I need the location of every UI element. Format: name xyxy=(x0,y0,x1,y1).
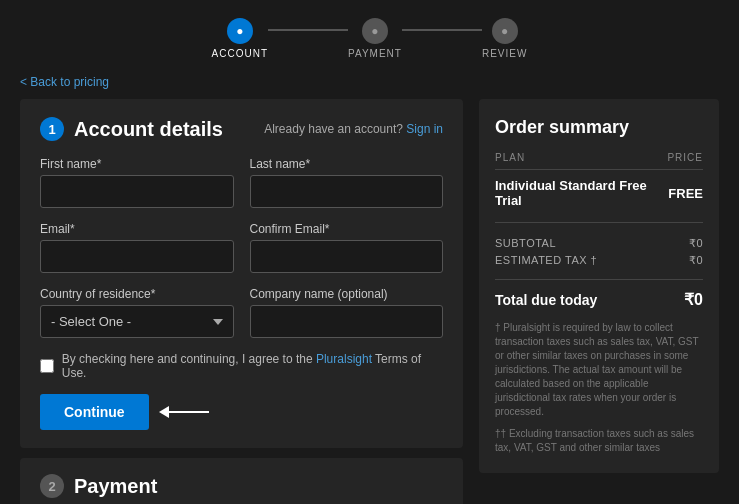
terms-label: By checking here and continuing, I agree… xyxy=(62,352,443,380)
arrow-line xyxy=(169,411,209,413)
step-account: ● ACCOUNT xyxy=(212,18,268,59)
tax-label: ESTIMATED TAX † xyxy=(495,254,597,267)
confirm-email-group: Confirm Email* xyxy=(250,222,444,273)
step-review: ● REVIEW xyxy=(482,18,527,59)
name-row: First name* Last name* xyxy=(40,157,443,208)
subtotal-value: ₹0 xyxy=(689,237,703,250)
plan-name: Individual Standard Free Trial xyxy=(495,178,668,208)
company-label: Company name (optional) xyxy=(250,287,444,301)
account-details-card: 1 Account details Already have an accoun… xyxy=(20,99,463,448)
company-input[interactable] xyxy=(250,305,444,338)
section-number-1: 1 xyxy=(40,117,64,141)
email-input[interactable] xyxy=(40,240,234,273)
account-section-title: Account details xyxy=(74,118,223,141)
left-panel: 1 Account details Already have an accoun… xyxy=(20,99,463,504)
terms-checkbox-row: By checking here and continuing, I agree… xyxy=(40,352,443,380)
already-account-text: Already have an account? Sign in xyxy=(264,122,443,136)
step-line-1 xyxy=(268,29,348,31)
payment-card: 2 Payment xyxy=(20,458,463,504)
country-label: Country of residence* xyxy=(40,287,234,301)
step-label-review: REVIEW xyxy=(482,48,527,59)
step-payment: ● PAYMENT xyxy=(348,18,402,59)
order-footnote-2: †† Excluding transaction taxes such as s… xyxy=(495,427,703,455)
pluralsight-link[interactable]: Pluralsight xyxy=(316,352,372,366)
payment-section-title: Payment xyxy=(74,475,157,498)
confirm-email-input[interactable] xyxy=(250,240,444,273)
first-name-input[interactable] xyxy=(40,175,234,208)
sign-in-link[interactable]: Sign in xyxy=(406,122,443,136)
order-table-header: PLAN PRICE xyxy=(495,152,703,170)
payment-section-header: 2 Payment xyxy=(40,474,443,498)
email-row: Email* Confirm Email* xyxy=(40,222,443,273)
email-group: Email* xyxy=(40,222,234,273)
plan-header: PLAN xyxy=(495,152,525,163)
last-name-input[interactable] xyxy=(250,175,444,208)
right-panel: Order summary PLAN PRICE Individual Stan… xyxy=(479,99,719,504)
account-section-header: 1 Account details Already have an accoun… xyxy=(40,117,443,141)
section-number-2: 2 xyxy=(40,474,64,498)
first-name-label: First name* xyxy=(40,157,234,171)
back-to-pricing-link[interactable]: < Back to pricing xyxy=(0,69,129,99)
last-name-label: Last name* xyxy=(250,157,444,171)
email-label: Email* xyxy=(40,222,234,236)
order-plan-row: Individual Standard Free Trial FREE xyxy=(495,178,703,223)
continue-button[interactable]: Continue xyxy=(40,394,149,430)
step-line-2 xyxy=(402,29,482,31)
price-header: PRICE xyxy=(667,152,703,163)
country-company-row: Country of residence* - Select One - Com… xyxy=(40,287,443,338)
order-footnote: † Pluralsight is required by law to coll… xyxy=(495,321,703,419)
country-group: Country of residence* - Select One - xyxy=(40,287,234,338)
arrow-head-icon xyxy=(159,406,169,418)
continue-button-row: Continue xyxy=(40,394,443,430)
tax-value: ₹0 xyxy=(689,254,703,267)
order-summary-card: Order summary PLAN PRICE Individual Stan… xyxy=(479,99,719,473)
plan-price: FREE xyxy=(668,186,703,201)
first-name-group: First name* xyxy=(40,157,234,208)
confirm-email-label: Confirm Email* xyxy=(250,222,444,236)
order-summary-title: Order summary xyxy=(495,117,703,138)
tax-row: ESTIMATED TAX † ₹0 xyxy=(495,254,703,267)
step-label-payment: PAYMENT xyxy=(348,48,402,59)
step-circle-review: ● xyxy=(492,18,518,44)
stepper: ● ACCOUNT ● PAYMENT ● REVIEW xyxy=(0,0,739,69)
last-name-group: Last name* xyxy=(250,157,444,208)
main-layout: 1 Account details Already have an accoun… xyxy=(0,99,739,504)
company-group: Company name (optional) xyxy=(250,287,444,338)
country-select[interactable]: - Select One - xyxy=(40,305,234,338)
total-label: Total due today xyxy=(495,292,597,308)
subtotal-label: SUBTOTAL xyxy=(495,237,556,250)
step-circle-payment: ● xyxy=(362,18,388,44)
terms-checkbox[interactable] xyxy=(40,359,54,373)
total-row: Total due today ₹0 xyxy=(495,279,703,309)
total-value: ₹0 xyxy=(684,290,703,309)
subtotal-row: SUBTOTAL ₹0 xyxy=(495,237,703,250)
step-label-account: ACCOUNT xyxy=(212,48,268,59)
arrow-annotation xyxy=(159,406,209,418)
step-circle-account: ● xyxy=(227,18,253,44)
